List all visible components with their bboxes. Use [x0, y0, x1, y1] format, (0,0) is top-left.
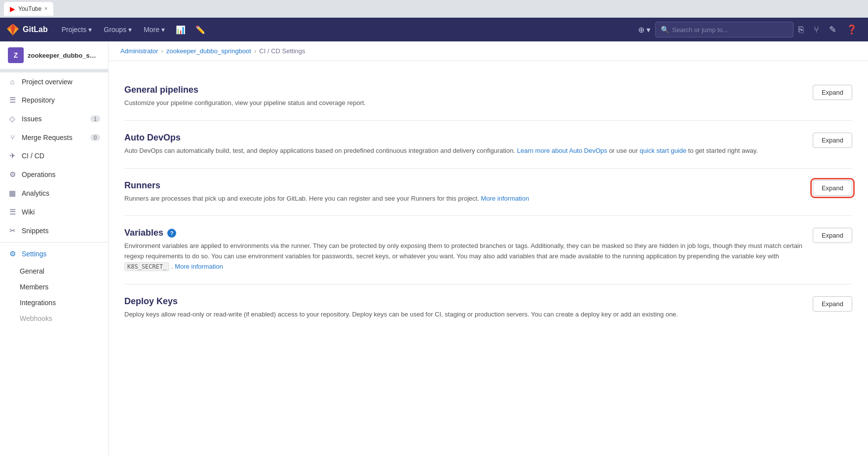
- search-input[interactable]: [672, 26, 788, 34]
- variables-info-icon[interactable]: ?: [167, 229, 176, 238]
- youtube-tab[interactable]: ▶ YouTube ×: [4, 2, 53, 16]
- sidebar-item-operations[interactable]: ⚙ Operations: [0, 165, 108, 184]
- auto-devops-section: Auto DevOps Auto DevOps can automaticall…: [124, 121, 852, 169]
- sidebar-item-label: Wiki: [22, 208, 35, 216]
- k8s-secret-code: K8S_SECRET_: [124, 262, 169, 271]
- nav-projects-label: Projects: [62, 26, 87, 34]
- auto-devops-expand-button[interactable]: Expand: [813, 133, 852, 148]
- gitlab-wordmark: GitLab: [23, 25, 48, 34]
- sidebar-item-label: Operations: [22, 171, 55, 178]
- section-header: Auto DevOps Auto DevOps can automaticall…: [124, 133, 852, 156]
- learn-more-link[interactable]: Learn more about Auto DevOps: [517, 147, 607, 154]
- quick-start-link[interactable]: quick start guide: [640, 147, 686, 154]
- nav-groups[interactable]: Groups ▾: [98, 18, 138, 41]
- section-title-block: Auto DevOps Auto DevOps can automaticall…: [124, 133, 805, 156]
- wiki-icon: ☰: [8, 208, 17, 216]
- nav-plus-button[interactable]: ⊕ ▾: [633, 18, 655, 41]
- breadcrumb-current: CI / CD Settings: [259, 47, 305, 55]
- deploy-keys-section: Deploy Keys Deploy keys allow read-only …: [124, 284, 852, 332]
- issues-badge: 1: [90, 115, 100, 122]
- sidebar-sub-general[interactable]: General: [0, 263, 108, 279]
- snippets-icon: ✂: [8, 226, 17, 235]
- settings-icon: ⚙: [8, 249, 17, 258]
- issues-icon: ◇: [8, 114, 17, 123]
- sidebar-item-ci-cd[interactable]: ✈ CI / CD: [0, 146, 108, 165]
- section-header: Variables ? Environment variables are ap…: [124, 228, 852, 272]
- sidebar-sub-members[interactable]: Members: [0, 279, 108, 295]
- sidebar-item-label: Analytics: [22, 189, 49, 197]
- section-title-block: Variables ? Environment variables are ap…: [124, 228, 805, 272]
- nav-copy-icon[interactable]: ⎘: [793, 18, 809, 41]
- nav-merge-icon[interactable]: ⑂: [809, 18, 824, 41]
- section-title-block: Deploy Keys Deploy keys allow read-only …: [124, 296, 805, 320]
- section-description: Customize your pipeline configuration, v…: [124, 98, 805, 108]
- section-title-block: Runners Runners are processes that pick …: [124, 180, 805, 204]
- nav-projects[interactable]: Projects ▾: [56, 18, 98, 41]
- nav-projects-arrow: ▾: [88, 26, 92, 34]
- section-header: General pipelines Customize your pipelin…: [124, 85, 852, 108]
- avatar: Z: [8, 47, 24, 63]
- sidebar-item-label: Issues: [22, 115, 41, 123]
- deploy-keys-expand-button[interactable]: Expand: [813, 296, 852, 312]
- nav-links: Projects ▾ Groups ▾ More ▾ 📊 ✏️: [56, 18, 210, 41]
- sidebar-item-settings[interactable]: ⚙ Settings: [0, 245, 108, 263]
- browser-bar: ▶ YouTube ×: [0, 0, 868, 18]
- sidebar-item-merge-requests[interactable]: ⑂ Merge Requests 0: [0, 128, 108, 146]
- gitlab-logo[interactable]: GitLab: [6, 23, 48, 36]
- nav-groups-arrow: ▾: [128, 26, 132, 34]
- search-box[interactable]: 🔍: [655, 22, 793, 37]
- breadcrumb-sep-2: ›: [254, 47, 256, 55]
- ci-cd-icon: ✈: [8, 151, 17, 160]
- search-icon: 🔍: [661, 26, 669, 34]
- youtube-icon: ▶: [10, 5, 15, 13]
- general-pipelines-expand-button[interactable]: Expand: [813, 85, 852, 100]
- breadcrumb-sep-1: ›: [161, 47, 163, 55]
- settings-content: General pipelines Customize your pipelin…: [109, 61, 868, 344]
- sidebar-item-label: Settings: [22, 250, 47, 258]
- sidebar-item-label: Repository: [22, 96, 55, 104]
- section-title: General pipelines: [124, 85, 805, 95]
- runners-expand-button[interactable]: Expand: [813, 180, 852, 196]
- sidebar-item-snippets[interactable]: ✂ Snippets: [0, 221, 108, 240]
- section-title-block: General pipelines Customize your pipelin…: [124, 85, 805, 108]
- nav-help-icon[interactable]: ❓: [841, 18, 862, 41]
- tab-close-button[interactable]: ×: [44, 6, 47, 11]
- content-area: Administrator › zookeeper_dubbo_springbo…: [109, 41, 868, 455]
- sidebar-divider: [0, 242, 108, 243]
- nav-edit-icon[interactable]: ✎: [824, 18, 841, 41]
- section-header: Deploy Keys Deploy keys allow read-only …: [124, 296, 852, 320]
- sidebar-item-analytics[interactable]: ▦ Analytics: [0, 184, 108, 203]
- nav-pencil-icon[interactable]: ✏️: [190, 18, 210, 41]
- section-description: Deploy keys allow read-only or read-writ…: [124, 310, 805, 320]
- nav-more[interactable]: More ▾: [138, 18, 171, 41]
- merge-requests-badge: 0: [90, 134, 100, 141]
- variables-section: Variables ? Environment variables are ap…: [124, 216, 852, 284]
- merge-requests-icon: ⑂: [8, 133, 17, 141]
- runners-section: Runners Runners are processes that pick …: [124, 169, 852, 216]
- section-title: Auto DevOps: [124, 133, 805, 143]
- sidebar-item-wiki[interactable]: ☰ Wiki: [0, 203, 108, 221]
- variables-expand-button[interactable]: Expand: [813, 228, 852, 243]
- sidebar-item-issues[interactable]: ◇ Issues 1: [0, 109, 108, 128]
- repository-icon: ☰: [8, 96, 17, 105]
- nav-chart-icon[interactable]: 📊: [171, 18, 190, 41]
- breadcrumb-admin[interactable]: Administrator: [120, 47, 158, 55]
- home-icon: ⌂: [8, 77, 17, 86]
- runners-more-info-link[interactable]: More information: [481, 195, 529, 202]
- sidebar-sub-webhooks[interactable]: Webhooks: [0, 311, 108, 326]
- sidebar-item-repository[interactable]: ☰ Repository: [0, 91, 108, 109]
- variables-more-info-link[interactable]: More information: [175, 263, 223, 270]
- sidebar-sub-integrations[interactable]: Integrations: [0, 295, 108, 311]
- sidebar-item-label: Snippets: [22, 227, 48, 235]
- browser-tabs: ▶ YouTube ×: [4, 2, 53, 16]
- gitlab-logo-icon: [6, 23, 20, 36]
- sidebar-item-project-overview[interactable]: ⌂ Project overview: [0, 72, 108, 91]
- breadcrumb: Administrator › zookeeper_dubbo_springbo…: [109, 41, 868, 61]
- general-pipelines-section: General pipelines Customize your pipelin…: [124, 73, 852, 121]
- section-header: Runners Runners are processes that pick …: [124, 180, 852, 204]
- section-title: Deploy Keys: [124, 296, 805, 307]
- nav-more-arrow: ▾: [161, 26, 165, 34]
- gitlab-navbar: GitLab Projects ▾ Groups ▾ More ▾ 📊 ✏️ ⊕…: [0, 18, 868, 41]
- sidebar-header: Z zookeeper_dubbo_sp...: [0, 41, 108, 70]
- breadcrumb-project[interactable]: zookeeper_dubbo_springboot: [166, 47, 251, 55]
